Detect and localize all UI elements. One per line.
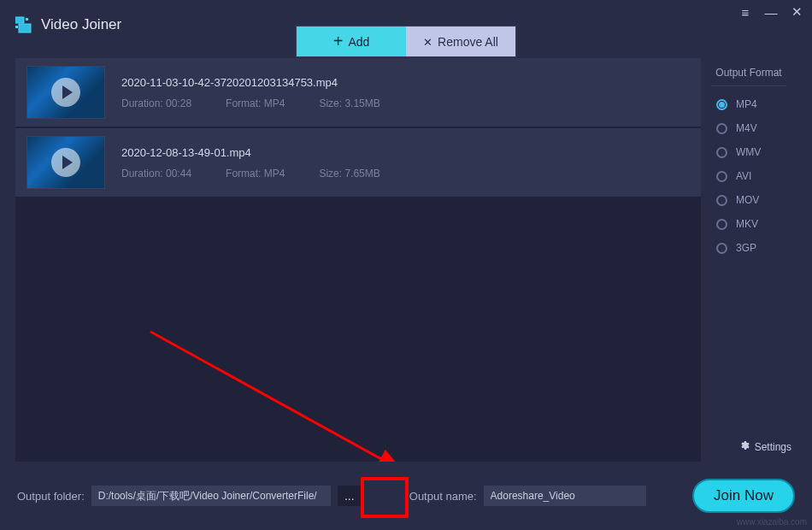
radio-icon bbox=[716, 243, 727, 254]
format-option-wmv[interactable]: WMV bbox=[716, 146, 797, 158]
annotation-arrow bbox=[142, 323, 432, 462]
output-name-label: Output name: bbox=[409, 490, 477, 503]
svg-line-5 bbox=[150, 332, 398, 462]
add-button[interactable]: Add bbox=[297, 26, 406, 56]
radio-icon bbox=[716, 99, 727, 110]
file-size: Size: 7.65MB bbox=[319, 168, 380, 180]
format-option-mp4[interactable]: MP4 bbox=[716, 98, 797, 110]
output-format-sidebar: Output Format MP4 M4V WMV AVI MOV bbox=[701, 58, 797, 462]
svg-rect-2 bbox=[15, 26, 18, 28]
logo-icon bbox=[15, 15, 34, 34]
app-logo: Video Joiner bbox=[15, 15, 121, 34]
format-option-mkv[interactable]: MKV bbox=[716, 218, 797, 230]
file-duration: Duration: 00:28 bbox=[121, 97, 191, 109]
format-label: MOV bbox=[736, 194, 759, 206]
format-label: M4V bbox=[736, 122, 757, 134]
add-button-label: Add bbox=[348, 35, 369, 49]
bottom-bar: Output folder: ... Output name: Join Now bbox=[0, 462, 812, 530]
menu-icon[interactable]: ≡ bbox=[738, 5, 752, 19]
settings-label: Settings bbox=[755, 441, 791, 453]
format-label: MKV bbox=[736, 218, 758, 230]
svg-rect-1 bbox=[19, 24, 31, 32]
remove-all-label: Remove All bbox=[438, 35, 498, 49]
file-meta: 2020-11-03-10-42-3720201203134753.mp4 Du… bbox=[121, 76, 380, 109]
file-list: 2020-11-03-10-42-3720201203134753.mp4 Du… bbox=[15, 58, 701, 462]
radio-icon bbox=[716, 171, 727, 182]
format-option-3gp[interactable]: 3GP bbox=[716, 242, 797, 254]
format-option-m4v[interactable]: M4V bbox=[716, 122, 797, 134]
radio-icon bbox=[716, 219, 727, 230]
file-row[interactable]: 2020-12-08-13-49-01.mp4 Duration: 00:44 … bbox=[15, 128, 701, 197]
video-thumbnail[interactable] bbox=[27, 137, 104, 188]
format-option-mov[interactable]: MOV bbox=[716, 194, 797, 206]
window-controls: ≡ — ✕ bbox=[738, 5, 803, 19]
toolbar: Add Remove All bbox=[296, 26, 516, 57]
remove-all-button[interactable]: Remove All bbox=[406, 26, 515, 56]
format-label: 3GP bbox=[736, 242, 756, 254]
play-icon bbox=[51, 78, 80, 107]
svg-rect-3 bbox=[26, 18, 28, 21]
format-label: WMV bbox=[736, 146, 761, 158]
plus-icon bbox=[333, 32, 344, 51]
output-folder-input[interactable] bbox=[91, 486, 331, 506]
format-label: AVI bbox=[736, 170, 751, 182]
file-details: Duration: 00:28 Format: MP4 Size: 3.15MB bbox=[121, 97, 380, 109]
format-list: MP4 M4V WMV AVI MOV MKV bbox=[701, 98, 797, 254]
video-thumbnail[interactable] bbox=[27, 67, 104, 118]
radio-icon bbox=[716, 123, 727, 134]
radio-icon bbox=[716, 195, 727, 206]
file-duration: Duration: 00:44 bbox=[121, 168, 191, 180]
output-name-input[interactable] bbox=[484, 486, 646, 506]
file-format: Format: MP4 bbox=[226, 97, 285, 109]
file-format: Format: MP4 bbox=[226, 168, 285, 180]
main-panel: 2020-11-03-10-42-3720201203134753.mp4 Du… bbox=[15, 58, 797, 462]
gear-icon bbox=[739, 440, 750, 453]
file-row[interactable]: 2020-11-03-10-42-3720201203134753.mp4 Du… bbox=[15, 58, 701, 127]
svg-rect-0 bbox=[15, 17, 24, 23]
app-title: Video Joiner bbox=[41, 16, 121, 33]
settings-button[interactable]: Settings bbox=[739, 440, 791, 453]
play-icon bbox=[51, 148, 80, 177]
join-now-button[interactable]: Join Now bbox=[692, 479, 795, 513]
file-details: Duration: 00:44 Format: MP4 Size: 7.65MB bbox=[121, 168, 380, 180]
format-option-avi[interactable]: AVI bbox=[716, 170, 797, 182]
output-folder-label: Output folder: bbox=[17, 490, 85, 503]
file-meta: 2020-12-08-13-49-01.mp4 Duration: 00:44 … bbox=[121, 146, 380, 180]
file-size: Size: 3.15MB bbox=[319, 97, 380, 109]
file-name: 2020-12-08-13-49-01.mp4 bbox=[121, 146, 380, 159]
browse-folder-button[interactable]: ... bbox=[338, 486, 362, 506]
radio-icon bbox=[716, 147, 727, 158]
output-format-title: Output Format bbox=[711, 67, 786, 86]
close-button[interactable]: ✕ bbox=[790, 5, 803, 19]
file-name: 2020-11-03-10-42-3720201203134753.mp4 bbox=[121, 76, 380, 89]
minimize-button[interactable]: — bbox=[764, 5, 778, 19]
x-icon bbox=[423, 35, 432, 49]
format-label: MP4 bbox=[736, 98, 757, 110]
